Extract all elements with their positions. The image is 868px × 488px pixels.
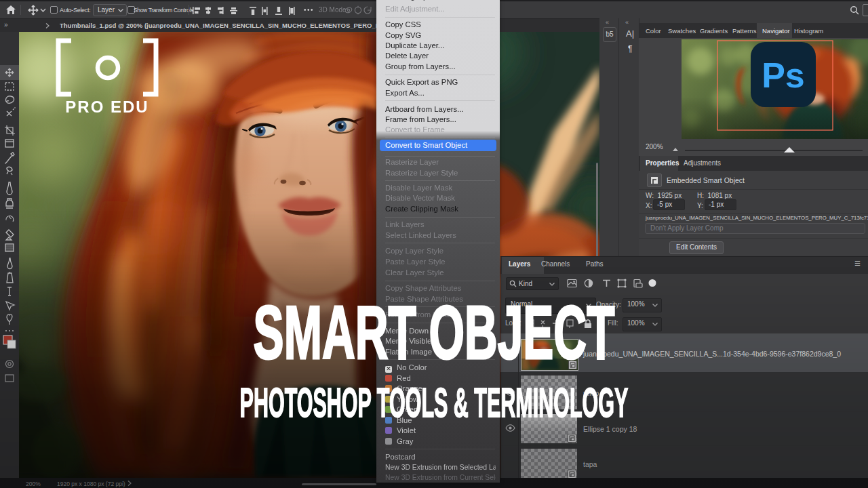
svg-text:PRO EDU: PRO EDU [65, 98, 149, 116]
svg-text:Ps: Ps [762, 56, 805, 95]
